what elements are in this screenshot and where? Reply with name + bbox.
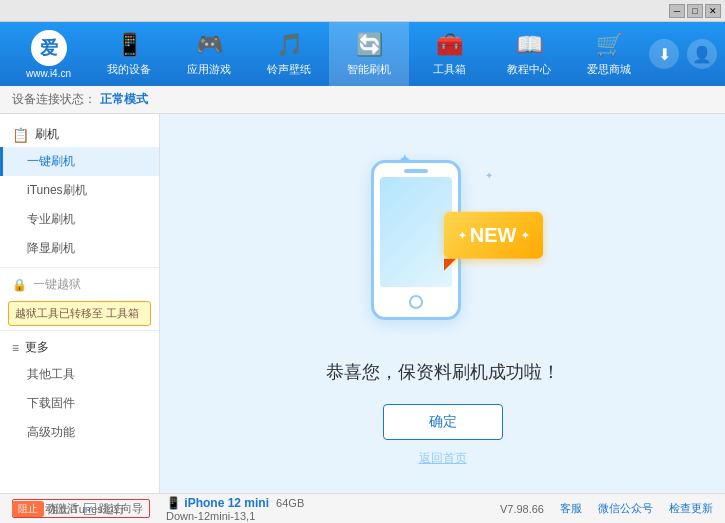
top-nav: 爱 www.i4.cn 📱 我的设备 🎮 应用游戏 🎵 铃声壁纸 🔄 智能刷机 … <box>0 22 725 86</box>
smart-flash-icon: 🔄 <box>356 32 383 58</box>
toolbox-icon: 🧰 <box>436 32 463 58</box>
phone-screen <box>380 177 452 287</box>
version-label: V7.98.66 <box>500 503 544 515</box>
status-value: 正常模式 <box>100 91 148 108</box>
nav-label-shop: 爱思商城 <box>587 62 631 77</box>
itunes-stop-area: 阻止 阻止iTunes运行 <box>0 495 137 523</box>
maximize-button[interactable]: □ <box>687 4 703 18</box>
device-info: 📱 iPhone 12 mini 64GB Down-12mini-13,1 <box>166 496 304 522</box>
new-badge: ✦ NEW ✦ <box>444 212 543 259</box>
device-name: iPhone 12 mini <box>184 496 269 510</box>
nav-item-smart-flash[interactable]: 🔄 智能刷机 <box>329 22 409 86</box>
nav-item-toolbox[interactable]: 🧰 工具箱 <box>409 22 489 86</box>
bottom-bar: ✓ 自动激活 ✓ 跳过向导 📱 iPhone 12 mini 64GB Down… <box>0 493 725 523</box>
sidebar-item-reduce-flash[interactable]: 降显刷机 <box>0 234 159 263</box>
status-bar: 设备连接状态： 正常模式 <box>0 86 725 114</box>
nav-label-apps-games: 应用游戏 <box>187 62 231 77</box>
sidebar-item-other-tools[interactable]: 其他工具 <box>0 360 159 389</box>
nav-label-tutorial: 教程中心 <box>507 62 551 77</box>
nav-label-ringtones: 铃声壁纸 <box>267 62 311 77</box>
nav-item-shop[interactable]: 🛒 爱思商城 <box>569 22 649 86</box>
sidebar-item-pro-flash[interactable]: 专业刷机 <box>0 205 159 234</box>
phone-home-button <box>409 295 423 309</box>
sidebar: 📋 刷机 一键刷机 iTunes刷机 专业刷机 降显刷机 🔒 一键越狱 越狱工具… <box>0 114 160 493</box>
sidebar-item-itunes-flash[interactable]: iTunes刷机 <box>0 176 159 205</box>
nav-item-tutorial[interactable]: 📖 教程中心 <box>489 22 569 86</box>
flash-section-icon: 📋 <box>12 127 29 143</box>
sidebar-item-advanced[interactable]: 高级功能 <box>0 418 159 447</box>
new-text: NEW <box>470 224 517 247</box>
nav-item-ringtones[interactable]: 🎵 铃声壁纸 <box>249 22 329 86</box>
device-firmware: Down-12mini-13,1 <box>166 510 255 522</box>
title-bar: ─ □ ✕ <box>0 0 725 22</box>
confirm-button[interactable]: 确定 <box>383 404 503 440</box>
update-link[interactable]: 检查更新 <box>669 501 713 516</box>
logo: 爱 www.i4.cn <box>8 30 89 79</box>
sidebar-divider-1 <box>0 267 159 268</box>
download-button[interactable]: ⬇ <box>649 39 679 69</box>
user-button[interactable]: 👤 <box>687 39 717 69</box>
device-storage: 64GB <box>276 497 304 509</box>
phone-device-icon: 📱 <box>166 496 184 510</box>
new-badge-container: ✦ NEW ✦ <box>444 212 543 259</box>
more-icon: ≡ <box>12 341 19 355</box>
my-device-icon: 📱 <box>116 32 143 58</box>
logo-icon: 爱 <box>31 30 67 66</box>
nav-label-smart-flash: 智能刷机 <box>347 62 391 77</box>
status-label: 设备连接状态： <box>12 91 96 108</box>
sparkle-2: ✦ <box>485 170 493 181</box>
wechat-link[interactable]: 微信公众号 <box>598 501 653 516</box>
star-left: ✦ <box>458 230 466 241</box>
sidebar-divider-2 <box>0 330 159 331</box>
stop-itunes-button[interactable]: 阻止 <box>12 501 44 517</box>
nav-item-my-device[interactable]: 📱 我的设备 <box>89 22 169 86</box>
sidebar-item-one-key-flash[interactable]: 一键刷机 <box>0 147 159 176</box>
star-right: ✦ <box>521 230 529 241</box>
nav-label-toolbox: 工具箱 <box>433 62 466 77</box>
ribbon-tail <box>444 259 456 271</box>
sidebar-more-section[interactable]: ≡ 更多 <box>0 335 159 360</box>
nav-right: ⬇ 👤 <box>649 39 717 69</box>
nav-items: 📱 我的设备 🎮 应用游戏 🎵 铃声壁纸 🔄 智能刷机 🧰 工具箱 📖 教程中心… <box>89 22 649 86</box>
nav-item-apps-games[interactable]: 🎮 应用游戏 <box>169 22 249 86</box>
flash-section-label: 刷机 <box>35 126 59 143</box>
tutorial-icon: 📖 <box>516 32 543 58</box>
nav-label-my-device: 我的设备 <box>107 62 151 77</box>
main-layout: 📋 刷机 一键刷机 iTunes刷机 专业刷机 降显刷机 🔒 一键越狱 越狱工具… <box>0 114 725 493</box>
sidebar-item-jailbreak-locked: 🔒 一键越狱 <box>0 272 159 297</box>
content-area: ✦ ✦ ✦ ✦ NEW ✦ 恭喜您，保资料刷机成功啦！ <box>160 114 725 493</box>
lock-icon: 🔒 <box>12 278 27 292</box>
success-text: 恭喜您，保资料刷机成功啦！ <box>326 360 560 384</box>
logo-text: www.i4.cn <box>26 68 71 79</box>
apps-games-icon: 🎮 <box>196 32 223 58</box>
support-link[interactable]: 客服 <box>560 501 582 516</box>
sidebar-warning: 越狱工具已转移至 工具箱 <box>8 301 151 326</box>
sidebar-item-download-firmware[interactable]: 下载固件 <box>0 389 159 418</box>
close-button[interactable]: ✕ <box>705 4 721 18</box>
phone-illustration: ✦ ✦ ✦ ✦ NEW ✦ <box>343 140 543 340</box>
minimize-button[interactable]: ─ <box>669 4 685 18</box>
phone-speaker <box>404 169 428 173</box>
bottom-right: V7.98.66 客服 微信公众号 检查更新 <box>500 501 713 516</box>
ringtones-icon: 🎵 <box>276 32 303 58</box>
return-link[interactable]: 返回首页 <box>419 450 467 467</box>
sidebar-section-flash[interactable]: 📋 刷机 <box>0 122 159 147</box>
shop-icon: 🛒 <box>596 32 623 58</box>
